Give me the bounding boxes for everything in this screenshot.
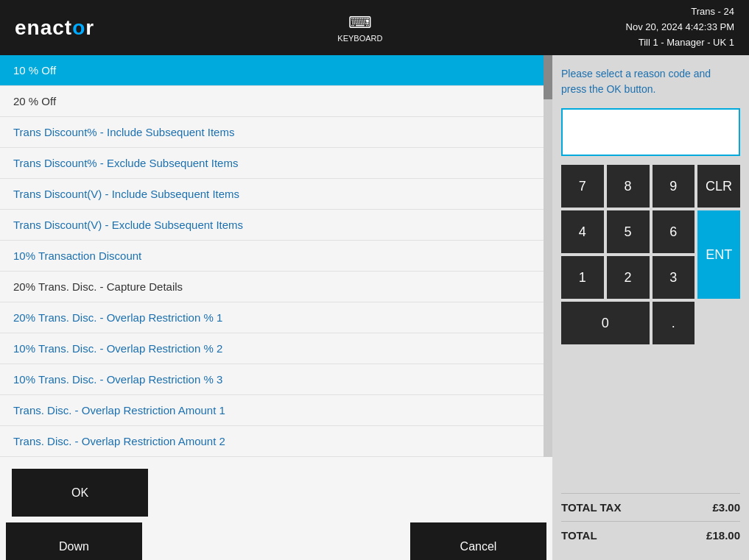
total-label: TOTAL: [561, 529, 597, 542]
total-row: TOTAL £18.00: [561, 521, 740, 549]
keyboard-button[interactable]: ⌨ KEYBOARD: [337, 13, 382, 43]
numpad-6[interactable]: 6: [653, 210, 695, 253]
numpad-0[interactable]: 0: [561, 302, 650, 344]
list-item[interactable]: Trans. Disc. - Overlap Restriction Amoun…: [0, 426, 544, 457]
numpad: 7 8 9 CLR 4 5 6 ENT 1 2 3 0 .: [561, 165, 740, 344]
main-content: 10 % Off20 % OffTrans Discount% - Includ…: [0, 55, 749, 560]
trans-info: Trans - 24: [626, 4, 734, 20]
date-time: Nov 20, 2024 4:42:33 PM: [626, 20, 734, 35]
list-item[interactable]: Trans. Disc. - Overlap Restriction Amoun…: [0, 395, 544, 426]
numpad-clr[interactable]: CLR: [697, 165, 740, 208]
numpad-2[interactable]: 2: [607, 256, 650, 299]
right-panel: Please select a reason code and press th…: [552, 55, 749, 560]
bottom-buttons: OK Down Cancel: [0, 457, 552, 560]
list-item[interactable]: Trans Discount% - Exclude Subsequent Ite…: [0, 148, 544, 179]
numpad-5[interactable]: 5: [607, 210, 650, 253]
till-info: Till 1 - Manager - UK 1: [626, 35, 734, 51]
prompt-line2: press the OK button.: [561, 83, 655, 95]
list-item[interactable]: 10% Trans. Disc. - Overlap Restriction %…: [0, 333, 544, 364]
list-item[interactable]: Trans Discount(V) - Exclude Subsequent I…: [0, 210, 544, 241]
header-info: Trans - 24 Nov 20, 2024 4:42:33 PM Till …: [626, 4, 734, 50]
numpad-9[interactable]: 9: [653, 165, 695, 208]
bottom-row: Down Cancel: [0, 517, 552, 560]
list-item[interactable]: 10 % Off: [0, 55, 544, 86]
numpad-4[interactable]: 4: [561, 210, 604, 253]
ok-button[interactable]: OK: [12, 469, 148, 517]
list-wrapper: 10 % Off20 % OffTrans Discount% - Includ…: [0, 55, 552, 457]
total-tax-value: £3.00: [712, 501, 740, 514]
numpad-ent[interactable]: ENT: [697, 210, 740, 299]
list-item[interactable]: Trans Discount% - Include Subsequent Ite…: [0, 117, 544, 148]
list-item[interactable]: Trans Discount(V) - Include Subsequent I…: [0, 179, 544, 210]
numpad-7[interactable]: 7: [561, 165, 604, 208]
list-item[interactable]: 10% Trans. Disc. - Overlap Restriction %…: [0, 364, 544, 395]
numpad-dot[interactable]: .: [653, 302, 695, 344]
left-panel: 10 % Off20 % OffTrans Discount% - Includ…: [0, 55, 552, 560]
header: enactor ⌨ KEYBOARD Trans - 24 Nov 20, 20…: [0, 0, 749, 55]
list-item[interactable]: 20% Trans. Disc. - Capture Details: [0, 272, 544, 302]
reason-input[interactable]: [561, 108, 740, 156]
numpad-1[interactable]: 1: [561, 256, 604, 299]
scrollbar-thumb[interactable]: [544, 55, 552, 99]
numpad-8[interactable]: 8: [607, 165, 650, 208]
totals: TOTAL TAX £3.00 TOTAL £18.00: [561, 493, 740, 549]
total-tax-row: TOTAL TAX £3.00: [561, 493, 740, 521]
prompt-line1: Please select a reason code and: [561, 68, 711, 79]
cancel-button[interactable]: Cancel: [410, 522, 546, 560]
down-button[interactable]: Down: [6, 522, 142, 560]
keyboard-icon: ⌨: [348, 13, 372, 32]
keyboard-label: KEYBOARD: [337, 34, 382, 43]
list-item[interactable]: 20 % Off: [0, 86, 544, 117]
prompt-text: Please select a reason code and press th…: [561, 66, 740, 97]
total-tax-label: TOTAL TAX: [561, 501, 621, 514]
logo: enactor: [15, 16, 94, 40]
list-item[interactable]: 10% Transaction Discount: [0, 241, 544, 272]
reason-code-list: 10 % Off20 % OffTrans Discount% - Includ…: [0, 55, 544, 457]
total-value: £18.00: [706, 529, 740, 542]
scrollbar-track[interactable]: [544, 55, 552, 457]
list-item[interactable]: 20% Trans. Disc. - Overlap Restriction %…: [0, 302, 544, 333]
numpad-3[interactable]: 3: [653, 256, 695, 299]
